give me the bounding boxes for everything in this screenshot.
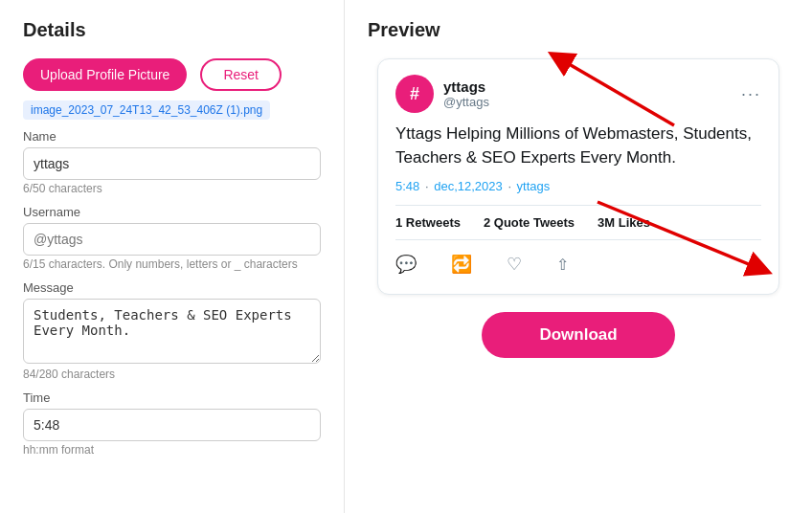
name-group: Name 6/50 characters (23, 129, 321, 195)
tweet-date: dec,12,2023 (434, 179, 503, 193)
message-group: Message Students, Teachers & SEO Experts… (23, 280, 321, 381)
right-panel: Preview # (345, 0, 812, 513)
like-icon[interactable]: ♡ (507, 254, 522, 275)
separator-1: · (425, 179, 432, 193)
name-input[interactable] (23, 147, 321, 180)
download-button[interactable]: Download (482, 312, 674, 358)
name-label: Name (23, 129, 321, 144)
reply-icon[interactable]: 💬 (395, 254, 417, 275)
more-options-button[interactable]: ··· (741, 84, 761, 104)
username-hint: 6/15 characters. Only numbers, letters o… (23, 257, 321, 271)
quote-tweets-count: 2 (484, 215, 490, 230)
name-hint: 6/50 characters (23, 182, 321, 195)
retweet-icon[interactable]: 🔁 (451, 254, 472, 275)
separator-2: · (508, 179, 514, 193)
tweet-time: 5:48 (395, 179, 419, 193)
tweet-stats: 1 Retweets 2 Quote Tweets 3M Likes (395, 205, 761, 240)
quote-tweets-label: Quote Tweets (494, 215, 575, 230)
upload-profile-picture-button[interactable]: Upload Profile Picture (23, 58, 187, 91)
left-panel: Details Upload Profile Picture Reset ima… (0, 0, 345, 513)
retweets-stat: 1 Retweets (395, 215, 461, 230)
tweet-author: yttags (517, 179, 551, 193)
tweet-card: # yttags @yttags ··· Yttags Helping Mill… (377, 58, 779, 295)
message-hint: 84/280 characters (23, 368, 321, 381)
display-name: yttags (443, 78, 489, 95)
message-textarea[interactable]: Students, Teachers & SEO Experts Every M… (23, 299, 321, 364)
retweets-label: Retweets (406, 215, 461, 230)
button-row: Upload Profile Picture Reset (23, 58, 321, 91)
time-label: Time (23, 390, 321, 405)
username-label: Username (23, 205, 321, 219)
likes-count: 3M (598, 215, 615, 230)
share-icon[interactable]: ⇧ (556, 256, 569, 274)
likes-stat: 3M Likes (598, 215, 650, 230)
tweet-meta: 5:48 · dec,12,2023 · yttags (395, 179, 761, 193)
tweet-user: # yttags @yttags (395, 75, 489, 113)
handle: @yttags (443, 95, 489, 109)
username-input[interactable] (23, 223, 321, 256)
tweet-header: # yttags @yttags ··· (395, 75, 761, 113)
tweet-body: Yttags Helping Millions of Webmasters, S… (395, 123, 761, 169)
tweet-actions: 💬 🔁 ♡ ⇧ (395, 250, 761, 279)
message-label: Message (23, 280, 321, 295)
left-title: Details (23, 19, 321, 41)
preview-title: Preview (368, 19, 440, 41)
time-input[interactable] (23, 409, 321, 441)
time-group: Time hh:mm format (23, 390, 321, 457)
time-hint: hh:mm format (23, 443, 321, 457)
file-chip: image_2023_07_24T13_42_53_406Z (1).png (23, 100, 270, 120)
quote-tweets-stat: 2 Quote Tweets (484, 215, 575, 230)
username-group: Username 6/15 characters. Only numbers, … (23, 205, 321, 271)
avatar: # (395, 75, 434, 113)
user-info: yttags @yttags (443, 78, 489, 109)
reset-button[interactable]: Reset (200, 58, 282, 91)
retweets-count: 1 (395, 215, 402, 230)
likes-label: Likes (619, 215, 650, 230)
